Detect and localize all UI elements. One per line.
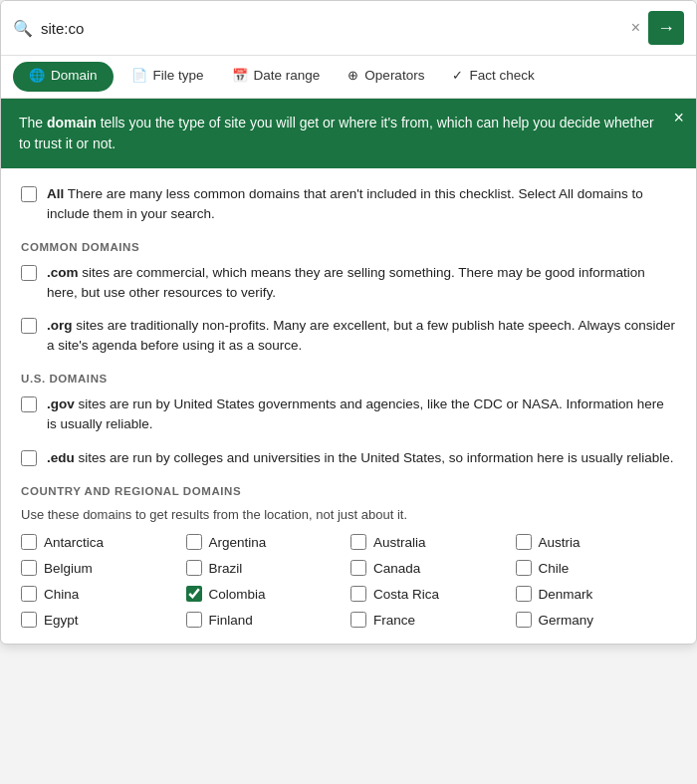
france-label[interactable]: France [373,613,415,628]
gov-label-bold: .gov [47,396,75,411]
main-window: 🔍 site:co × → 🌐 Domain 📄 File type 📅 Dat… [0,0,697,645]
all-label-bold: All [47,186,64,201]
content-area: All There are many less common domains t… [1,168,696,644]
germany-checkbox[interactable] [516,612,532,628]
argentina-checkbox[interactable] [186,534,202,550]
country-item: Chile [516,560,677,576]
colombia-checkbox[interactable] [186,586,202,602]
edu-label-bold: .edu [47,450,75,465]
antarctica-checkbox[interactable] [21,534,37,550]
country-item: Denmark [516,586,677,602]
brazil-checkbox[interactable] [186,560,202,576]
country-domains-heading: COUNTRY AND REGIONAL DOMAINS [21,485,676,497]
gov-label[interactable]: .gov sites are run by United States gove… [47,394,676,433]
info-banner: The domain tells you the type of site yo… [1,99,696,168]
org-checkbox[interactable] [21,318,37,334]
austria-checkbox[interactable] [516,534,532,550]
banner-close-button[interactable]: × [673,109,684,127]
banner-text: The domain tells you the type of site yo… [19,115,654,151]
tab-filetype[interactable]: 📄 File type [117,56,218,98]
close-icon[interactable]: × [631,19,640,37]
org-label-bold: .org [47,318,73,333]
country-item: Austria [516,534,677,550]
edu-checkbox[interactable] [21,450,37,466]
com-label[interactable]: .com sites are commercial, which means t… [47,263,676,302]
all-label-rest: There are many less common domains that … [47,186,643,221]
costarica-checkbox[interactable] [350,586,366,602]
tab-operators[interactable]: ⊕ Operators [334,56,438,98]
china-checkbox[interactable] [21,586,37,602]
denmark-label[interactable]: Denmark [539,587,593,602]
all-checkbox[interactable] [21,186,37,202]
domain-icon: 🌐 [29,68,45,83]
daterange-icon: 📅 [232,68,248,83]
antarctica-label[interactable]: Antarctica [44,535,104,550]
org-label-rest: sites are traditionally non-profits. Man… [47,318,675,353]
egypt-checkbox[interactable] [21,612,37,628]
country-item: Canada [350,560,512,576]
operators-icon: ⊕ [348,68,358,83]
country-item: Egypt [21,612,182,628]
filetype-icon: 📄 [131,68,147,83]
org-row: .org sites are traditionally non-profits… [21,316,676,355]
tab-domain-label: Domain [51,68,98,83]
com-checkbox[interactable] [21,265,37,281]
common-domains-heading: COMMON DOMAINS [21,241,676,253]
country-item: Antarctica [21,534,182,550]
gov-label-rest: sites are run by United States governmen… [47,396,664,431]
chile-checkbox[interactable] [516,560,532,576]
egypt-label[interactable]: Egypt [44,613,79,628]
edu-label[interactable]: .edu sites are run by colleges and unive… [47,448,674,468]
us-domains-heading: U.S. DOMAINS [21,373,676,385]
country-item: Brazil [186,560,348,576]
tab-domain[interactable]: 🌐 Domain [13,62,114,92]
factcheck-icon: ✓ [452,68,463,83]
edu-label-rest: sites are run by colleges and universiti… [79,450,674,465]
china-label[interactable]: China [44,587,79,602]
colombia-label[interactable]: Colombia [209,587,266,602]
france-checkbox[interactable] [350,612,366,628]
search-input[interactable]: site:co [41,20,623,37]
country-item: China [21,586,182,602]
tab-filetype-label: File type [153,68,204,83]
gov-row: .gov sites are run by United States gove… [21,394,676,433]
gov-checkbox[interactable] [21,396,37,412]
country-item: Germany [516,612,677,628]
country-item: Australia [350,534,512,550]
belgium-checkbox[interactable] [21,560,37,576]
search-go-button[interactable]: → [648,11,684,45]
country-item: Colombia [186,586,348,602]
country-grid: AntarcticaArgentinaAustraliaAustriaBelgi… [21,534,676,628]
tab-daterange[interactable]: 📅 Date range [218,56,335,98]
finland-label[interactable]: Finland [209,613,253,628]
tab-daterange-label: Date range [254,68,321,83]
search-bar: 🔍 site:co × → [1,1,696,56]
country-item: France [350,612,512,628]
tab-factcheck[interactable]: ✓ Fact check [438,56,548,98]
finland-checkbox[interactable] [186,612,202,628]
austria-label[interactable]: Austria [539,535,581,550]
germany-label[interactable]: Germany [539,613,594,628]
country-item: Belgium [21,560,182,576]
country-item: Finland [186,612,348,628]
chile-label[interactable]: Chile [539,561,570,576]
belgium-label[interactable]: Belgium [44,561,93,576]
canada-checkbox[interactable] [350,560,366,576]
australia-label[interactable]: Australia [373,535,426,550]
costarica-label[interactable]: Costa Rica [373,587,439,602]
com-label-rest: sites are commercial, which means they a… [47,265,645,300]
all-label[interactable]: All There are many less common domains t… [47,184,676,223]
all-option-row: All There are many less common domains t… [21,184,676,223]
country-item: Costa Rica [350,586,512,602]
country-section-desc: Use these domains to get results from th… [21,507,676,522]
org-label[interactable]: .org sites are traditionally non-profits… [47,316,676,355]
search-icon: 🔍 [13,19,33,38]
country-item: Argentina [186,534,348,550]
denmark-checkbox[interactable] [516,586,532,602]
brazil-label[interactable]: Brazil [209,561,243,576]
australia-checkbox[interactable] [350,534,366,550]
canada-label[interactable]: Canada [373,561,420,576]
com-row: .com sites are commercial, which means t… [21,263,676,302]
tab-factcheck-label: Fact check [469,68,534,83]
argentina-label[interactable]: Argentina [209,535,267,550]
